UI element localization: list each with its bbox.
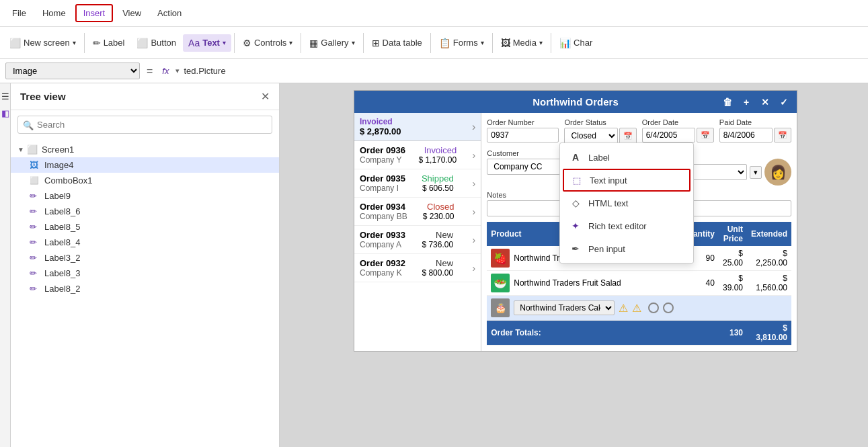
tree-item-label: Label9 <box>44 191 71 201</box>
tree-item-combobox1[interactable]: ⬜ ComboBox1 <box>11 173 279 188</box>
nw-add-button[interactable]: + <box>739 95 754 110</box>
tree-item-label8_3[interactable]: ✏ Label8_3 <box>11 266 279 281</box>
order-status-select[interactable]: Closed <box>564 128 617 144</box>
tree-item-label8_2[interactable]: ✏ Label8_2 <box>11 281 279 296</box>
dropdown-item-pen-input[interactable]: ✒ Pen input <box>560 237 693 260</box>
tree-item-screen1[interactable]: ▼ ⬜ Screen1 <box>11 142 279 157</box>
product-select[interactable]: Northwind Traders Cake Mix <box>514 300 615 315</box>
toolbar-sep-1 <box>84 33 85 53</box>
order-status: New <box>422 230 453 240</box>
formula-dropdown-arrow[interactable]: ▾ <box>175 67 180 75</box>
paid-date-label: Paid Date <box>719 118 791 126</box>
toolbar-sep-7 <box>551 33 551 53</box>
menu-view[interactable]: View <box>116 5 148 21</box>
paid-date-input[interactable] <box>719 128 773 143</box>
gallery-button[interactable]: ▦ Gallery ▾ <box>304 34 360 52</box>
formula-property-select[interactable]: Image <box>5 63 140 79</box>
formula-input[interactable] <box>184 66 863 76</box>
label-icon: ✏ <box>93 38 101 48</box>
tree-search-input[interactable] <box>17 116 272 134</box>
tree-item-label9[interactable]: ✏ Label9 <box>11 188 279 204</box>
formula-bar: Image = fx ▾ <box>0 59 868 83</box>
order-row-0936[interactable]: Order 0936 Company Y Invoiced $ 1,170.00… <box>354 141 481 169</box>
drag-handle-1[interactable] <box>648 302 659 313</box>
order-date-calendar-btn[interactable]: 📅 <box>697 128 714 143</box>
new-screen-button[interactable]: ⬜ New screen ▾ <box>4 34 81 52</box>
label-icon: ✏ <box>30 191 42 201</box>
text-input-menu-icon: ⬚ <box>571 174 583 186</box>
nw-confirm-button[interactable]: ✓ <box>777 95 791 110</box>
label-icon: ✏ <box>30 284 42 294</box>
tree-item-label: Label8_6 <box>44 206 81 216</box>
tree-item-label8_4[interactable]: ✏ Label8_4 <box>11 235 279 250</box>
top-order-row[interactable]: Invoiced $ 2,870.00 › <box>354 113 481 141</box>
formula-fx-button[interactable]: fx <box>159 66 171 76</box>
order-chevron: › <box>473 235 476 245</box>
tree-title: Tree view <box>20 91 66 102</box>
order-row-0932[interactable]: Order 0932 Company K New $ 800.00 › <box>354 254 481 282</box>
menu-bar: File Home Insert View Action <box>0 0 868 27</box>
forms-button[interactable]: 📋 Forms ▾ <box>434 34 489 52</box>
menu-action[interactable]: Action <box>151 5 188 21</box>
datatable-button[interactable]: ⊞ Data table <box>366 34 428 52</box>
product-unit-edit <box>719 296 747 321</box>
order-row-0933[interactable]: Order 0933 Company A New $ 736.00 › <box>354 226 481 254</box>
order-row-0934[interactable]: Order 0934 Company BB Closed $ 230.00 › <box>354 198 481 226</box>
order-chevron: › <box>473 206 476 217</box>
label-icon: ✏ <box>30 206 42 216</box>
dropdown-item-text-input[interactable]: ⬚ Text input <box>563 169 691 192</box>
controls-button[interactable]: ⚙ Controls ▾ <box>237 34 298 52</box>
warning-icon-1: ⚠ <box>619 302 628 315</box>
text-dropdown-menu: A Label ⬚ Text input ◇ HTML text ✦ Rich … <box>559 143 694 263</box>
product-unit: $ 39.00 <box>719 271 747 296</box>
gallery-icon: ▦ <box>309 38 318 48</box>
order-chevron: › <box>473 150 476 161</box>
menu-insert[interactable]: Insert <box>75 4 114 22</box>
nw-header: Northwind Orders 🗑 + ✕ ✓ <box>354 91 797 113</box>
order-number-field: Order Number <box>487 118 559 144</box>
tree-close-button[interactable]: ✕ <box>261 90 270 103</box>
button-button[interactable]: ⬜ Button <box>131 34 182 52</box>
tree-search-icon: 🔍 <box>23 120 34 130</box>
nw-header-actions: 🗑 + ✕ ✓ <box>720 95 791 110</box>
product-image-edit: 🎂 <box>491 298 510 317</box>
menu-home[interactable]: Home <box>36 5 73 21</box>
order-date-input[interactable] <box>642 128 695 143</box>
text-icon: Aa <box>188 38 200 48</box>
drag-handle-2[interactable] <box>663 302 674 313</box>
tree-item-image4[interactable]: 🖼 Image4 <box>11 157 279 173</box>
dropdown-item-rich-text[interactable]: ✦ Rich text editor <box>560 214 693 237</box>
tree-item-label8_6[interactable]: ✏ Label8_6 <box>11 204 279 219</box>
tree-item-label3_2[interactable]: ✏ Label3_2 <box>11 250 279 266</box>
order-number-input[interactable] <box>487 128 559 143</box>
nw-close-button[interactable]: ✕ <box>758 95 773 110</box>
menu-file[interactable]: File <box>5 5 33 21</box>
dropdown-item-label[interactable]: A Label <box>560 146 693 169</box>
detail-row-1: Order Number Order Status Closed 📅 <box>487 118 791 144</box>
employee-expand-btn[interactable]: ▾ <box>750 166 762 179</box>
order-number: Order 0934 <box>360 202 407 212</box>
label-button[interactable]: ✏ Label <box>87 34 130 52</box>
product-unit: $ 25.00 <box>719 246 747 271</box>
tree-content: ▼ ⬜ Screen1 🖼 Image4 ⬜ ComboBox1 ✏ Label… <box>11 139 279 447</box>
product-qty-edit <box>678 296 719 321</box>
layers-icon[interactable]: ◧ <box>1 108 9 118</box>
chart-button[interactable]: 📊 Char <box>554 34 598 52</box>
tree-panel: Tree view ✕ 🔍 ▼ ⬜ Screen1 🖼 Image4 ⬜ Com… <box>11 83 280 447</box>
tree-item-label8_5[interactable]: ✏ Label8_5 <box>11 219 279 235</box>
order-number: Order 0935 <box>360 173 405 184</box>
hamburger-icon[interactable]: ☰ <box>1 91 9 101</box>
order-chevron: › <box>473 263 476 274</box>
order-status: Invoiced <box>418 145 457 155</box>
order-row-0935[interactable]: Order 0935 Company I Shipped $ 606.50 › <box>354 169 481 198</box>
order-date-label: Order Date <box>642 118 714 126</box>
media-button[interactable]: 🖼 Media ▾ <box>496 34 548 52</box>
dropdown-item-html-text[interactable]: ◇ HTML text <box>560 192 693 214</box>
text-button[interactable]: Aa Text ▾ <box>183 34 231 52</box>
nw-delete-button[interactable]: 🗑 <box>720 95 735 110</box>
paid-date-calendar-btn[interactable]: 📅 <box>774 128 791 143</box>
media-icon: 🖼 <box>501 38 510 48</box>
label-icon: ✏ <box>30 222 42 232</box>
top-order-amount: $ 2,870.00 <box>360 126 401 136</box>
order-status-calendar[interactable]: 📅 <box>619 128 637 144</box>
